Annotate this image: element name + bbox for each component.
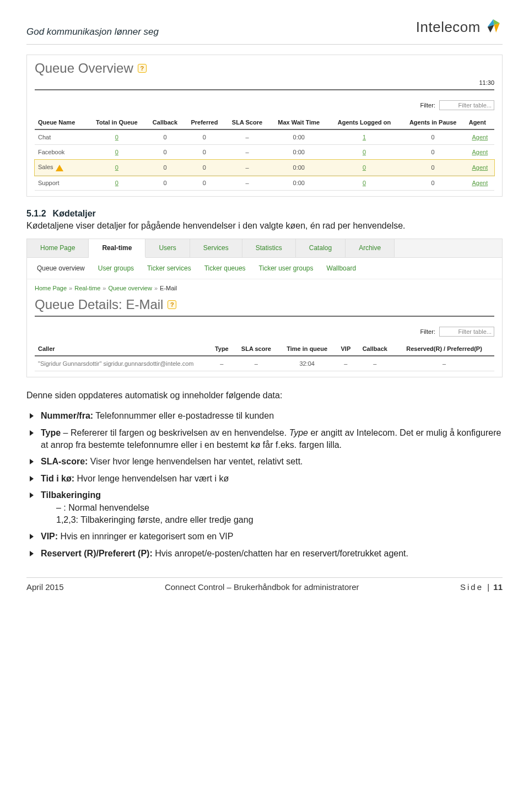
count-link[interactable]: 0	[115, 149, 118, 155]
agent-link[interactable]: Agent	[472, 164, 488, 171]
column-header[interactable]: Agents in Pause	[401, 116, 466, 129]
list-item: VIP: Hvis en innringer er kategorisert s…	[26, 528, 503, 545]
footer-page-number: 11	[493, 582, 503, 592]
table-row: Facebook000–0:0000Agent	[35, 145, 494, 160]
breadcrumb: Home Page»Real-time»Queue overview»E-Mai…	[27, 279, 502, 291]
breadcrumb-sep: »	[69, 285, 72, 291]
column-header[interactable]: Callback	[146, 116, 184, 129]
section-intro: Kødetaljene viser detaljer for pågående …	[26, 220, 503, 232]
list-item: Tid i kø: Hvor lenge henvendelsen har væ…	[26, 470, 503, 487]
panel-title-text: Queue Details: E-Mail	[35, 297, 163, 312]
subtab-wallboard[interactable]: Wallboard	[327, 264, 357, 272]
column-header[interactable]: Type	[209, 342, 234, 356]
count-link[interactable]: 0	[115, 180, 118, 186]
cell: –	[209, 356, 234, 371]
table-row: Chat000–0:0010Agent	[35, 129, 494, 145]
screenshot-queue-details: Home PageReal-timeUsersServicesStatistic…	[26, 239, 503, 377]
column-header[interactable]: Queue Name	[35, 116, 88, 129]
cell: 0	[88, 145, 146, 160]
tab-real-time[interactable]: Real-time	[89, 239, 145, 258]
breadcrumb-item[interactable]: Real-time	[74, 285, 100, 291]
column-header[interactable]: SLA Score	[225, 116, 269, 129]
cell: 0	[328, 160, 400, 176]
column-header[interactable]: Total in Queue	[88, 116, 146, 129]
breadcrumb-item[interactable]: Queue overview	[108, 285, 152, 291]
count-link[interactable]: 0	[363, 164, 366, 171]
cell: 0	[184, 145, 225, 160]
column-header[interactable]: VIP	[336, 342, 355, 356]
queue-name-cell: Facebook	[35, 145, 88, 160]
column-header[interactable]: Max Wait Time	[269, 116, 328, 129]
tab-archive[interactable]: Archive	[346, 239, 395, 257]
cell: 0	[88, 176, 146, 191]
tab-users[interactable]: Users	[145, 239, 190, 257]
bullet-term: Type	[41, 428, 61, 437]
tab-catalog[interactable]: Catalog	[296, 239, 346, 257]
tab-services[interactable]: Services	[190, 239, 242, 257]
filter-row: Filter: Filter table...	[27, 95, 502, 116]
column-header[interactable]: Caller	[35, 342, 209, 356]
agent-link[interactable]: Agent	[472, 149, 488, 155]
agent-link[interactable]: Agent	[472, 134, 488, 140]
cell: 0	[401, 176, 466, 191]
help-icon[interactable]: ?	[168, 300, 176, 309]
cell: 0	[146, 129, 184, 145]
cell: 0:00	[269, 160, 328, 176]
subtab-ticker-queues[interactable]: Ticker queues	[204, 264, 246, 272]
cell: 0:00	[269, 176, 328, 191]
filter-label: Filter:	[420, 102, 435, 109]
section-number: 5.1.2	[26, 209, 46, 218]
cell: 0	[184, 176, 225, 191]
column-header[interactable]: SLA score	[234, 342, 278, 356]
panel-title: Queue Details: E-Mail ?	[27, 291, 502, 316]
brand-name: Intelecom	[416, 19, 481, 36]
cell: 0	[146, 176, 184, 191]
clock: 11:30	[27, 79, 502, 89]
column-header[interactable]: Time in queue	[278, 342, 336, 356]
cell: 0	[401, 145, 466, 160]
subtab-user-groups[interactable]: User groups	[98, 264, 134, 272]
column-header[interactable]: Preferred	[184, 116, 225, 129]
column-header[interactable]: Callback	[355, 342, 394, 356]
cell: 0	[401, 129, 466, 145]
header-divider	[26, 44, 503, 45]
footer-sep: |	[487, 582, 489, 592]
bullet-term: Reservert (R)/Preferert (P):	[41, 549, 153, 558]
filter-input[interactable]: Filter table...	[439, 327, 494, 337]
column-header[interactable]: Agent	[466, 116, 494, 129]
cell: 0	[184, 160, 225, 176]
queue-name-cell: Support	[35, 176, 88, 191]
column-header[interactable]: Reserved(R) / Preferred(P)	[394, 342, 494, 356]
tab-home-page[interactable]: Home Page	[27, 239, 89, 257]
queue-overview-table: Queue NameTotal in QueueCallbackPreferre…	[35, 116, 494, 191]
breadcrumb-sep: »	[102, 285, 106, 291]
section-title: Kødetaljer	[53, 209, 96, 218]
filter-label: Filter:	[420, 328, 435, 335]
bullet-term: SLA-score:	[41, 457, 88, 466]
count-link[interactable]: 0	[115, 164, 118, 171]
cell: 0	[401, 160, 466, 176]
list-item: Reservert (R)/Preferert (P): Hvis anrope…	[26, 545, 503, 562]
cell: Agent	[466, 129, 494, 145]
bullet-term: Tilbakeringing	[41, 490, 101, 500]
title-divider	[35, 89, 494, 90]
subtab-queue-overview[interactable]: Queue overview	[37, 264, 85, 272]
agent-link[interactable]: Agent	[472, 180, 488, 186]
count-link[interactable]: 1	[363, 134, 366, 140]
cell: Agent	[466, 176, 494, 191]
column-header[interactable]: Agents Logged on	[328, 116, 400, 129]
cell: 1	[328, 129, 400, 145]
count-link[interactable]: 0	[363, 180, 366, 186]
subtab-ticker-services[interactable]: Ticker services	[147, 264, 191, 272]
help-icon[interactable]: ?	[138, 64, 147, 73]
subtab-ticker-user-groups[interactable]: Ticker user groups	[259, 264, 314, 272]
page-footer: April 2015 Connect Control – Brukerhåndb…	[26, 582, 503, 594]
bird-icon	[484, 17, 503, 37]
bullet-term: VIP:	[41, 532, 58, 541]
tab-statistics[interactable]: Statistics	[242, 239, 296, 257]
count-link[interactable]: 0	[363, 149, 366, 155]
breadcrumb-item[interactable]: Home Page	[35, 285, 67, 291]
count-link[interactable]: 0	[115, 134, 118, 140]
filter-input[interactable]: Filter table...	[439, 100, 494, 110]
list-item: Nummer/fra: Telefonnummer eller e-postad…	[26, 408, 503, 424]
